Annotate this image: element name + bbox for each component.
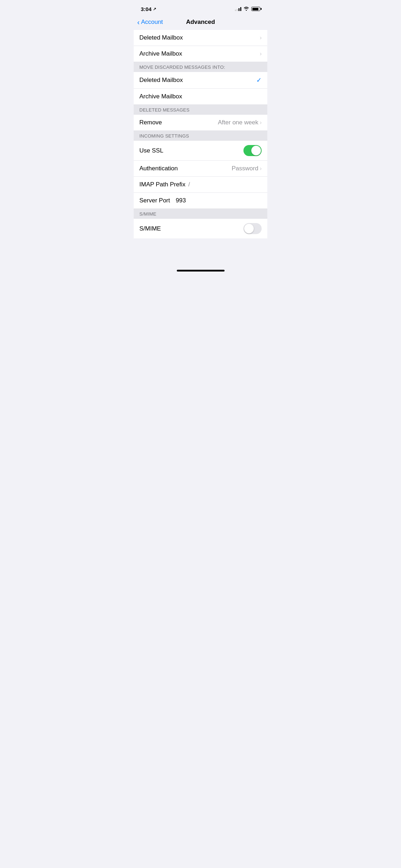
section-incoming-settings: INCOMING SETTINGS Use SSL Authentication… — [134, 130, 267, 208]
back-button[interactable]: ‹ Account — [137, 19, 163, 26]
row-value: After one week — [218, 119, 258, 126]
section-move-discarded: MOVE DISCARDED MESSAGES INTO: Deleted Ma… — [134, 62, 267, 104]
row-inline: IMAP Path Prefix / — [139, 181, 190, 188]
server-port-row[interactable]: Server Port 993 — [134, 193, 267, 208]
section-header: S/MIME — [134, 208, 267, 219]
time-label: 3:04 — [141, 6, 151, 12]
section-header-label: S/MIME — [139, 211, 156, 217]
location-arrow-icon: ↗ — [153, 7, 156, 11]
list-item[interactable]: Archive Mailbox — [134, 89, 267, 104]
row-inline-value: / — [188, 181, 190, 188]
home-indicator — [134, 267, 267, 274]
section-rows: S/MIME — [134, 219, 267, 238]
toggle-thumb — [244, 224, 254, 233]
section-smime: S/MIME S/MIME — [134, 208, 267, 238]
spacer — [134, 238, 267, 267]
section-rows: Deleted Mailbox ✓ Archive Mailbox — [134, 72, 267, 104]
row-value: Password — [232, 165, 258, 172]
remove-row[interactable]: Remove After one week › — [134, 115, 267, 130]
toggle-thumb — [251, 146, 261, 155]
list-item[interactable]: Deleted Mailbox › — [134, 30, 267, 46]
section-header-label: MOVE DISCARDED MESSAGES INTO: — [139, 64, 225, 70]
home-bar — [177, 270, 225, 272]
wifi-icon — [243, 6, 249, 12]
smime-row: S/MIME — [134, 219, 267, 238]
use-ssl-toggle[interactable] — [243, 145, 262, 156]
chevron-right-icon: › — [260, 165, 262, 172]
page-title: Advanced — [186, 19, 215, 26]
section-header: INCOMING SETTINGS — [134, 130, 267, 141]
row-label: Archive Mailbox — [139, 50, 182, 57]
chevron-right-icon: › — [260, 51, 262, 57]
row-label: Remove — [139, 119, 162, 126]
section-header-label: INCOMING SETTINGS — [139, 133, 189, 139]
section-rows: Remove After one week › — [134, 115, 267, 130]
row-label: Archive Mailbox — [139, 93, 182, 100]
status-bar: 3:04 ↗ — [134, 0, 267, 16]
row-inline-value: 993 — [176, 197, 186, 204]
checkmark-icon: ✓ — [256, 76, 262, 84]
list-item[interactable]: Deleted Mailbox ✓ — [134, 72, 267, 89]
row-right: ✓ — [256, 76, 262, 84]
status-icons — [235, 6, 260, 12]
row-right: › — [260, 51, 262, 57]
row-label: Authentication — [139, 165, 178, 172]
section-header: DELETED MESSAGES — [134, 104, 267, 115]
section-deleted-messages: DELETED MESSAGES Remove After one week › — [134, 104, 267, 130]
row-label: S/MIME — [139, 225, 161, 232]
row-right: › — [260, 35, 262, 41]
section-header: MOVE DISCARDED MESSAGES INTO: — [134, 62, 267, 72]
authentication-row[interactable]: Authentication Password › — [134, 161, 267, 177]
row-right: After one week › — [218, 119, 262, 126]
signal-icon — [235, 7, 241, 11]
chevron-right-icon: › — [260, 35, 262, 41]
row-inline: Server Port 993 — [139, 197, 186, 204]
row-label: Deleted Mailbox — [139, 34, 183, 41]
list-item[interactable]: Archive Mailbox › — [134, 46, 267, 62]
row-right: Password › — [232, 165, 262, 172]
nav-header: ‹ Account Advanced — [134, 16, 267, 30]
section-rows: Use SSL Authentication Password › IMAP P… — [134, 141, 267, 208]
top-rows-section: Deleted Mailbox › Archive Mailbox › — [134, 30, 267, 62]
use-ssl-row: Use SSL — [134, 141, 267, 161]
status-time: 3:04 ↗ — [141, 6, 156, 12]
row-label: Deleted Mailbox — [139, 77, 183, 84]
smime-toggle[interactable] — [243, 223, 262, 234]
row-label: Use SSL — [139, 147, 163, 154]
row-label: Server Port — [139, 197, 170, 204]
back-chevron-icon: ‹ — [137, 19, 140, 26]
imap-path-prefix-row[interactable]: IMAP Path Prefix / — [134, 177, 267, 193]
row-label: IMAP Path Prefix — [139, 181, 185, 188]
back-label: Account — [141, 19, 163, 26]
battery-icon — [251, 7, 260, 11]
chevron-right-icon: › — [260, 119, 262, 126]
section-header-label: DELETED MESSAGES — [139, 107, 190, 113]
